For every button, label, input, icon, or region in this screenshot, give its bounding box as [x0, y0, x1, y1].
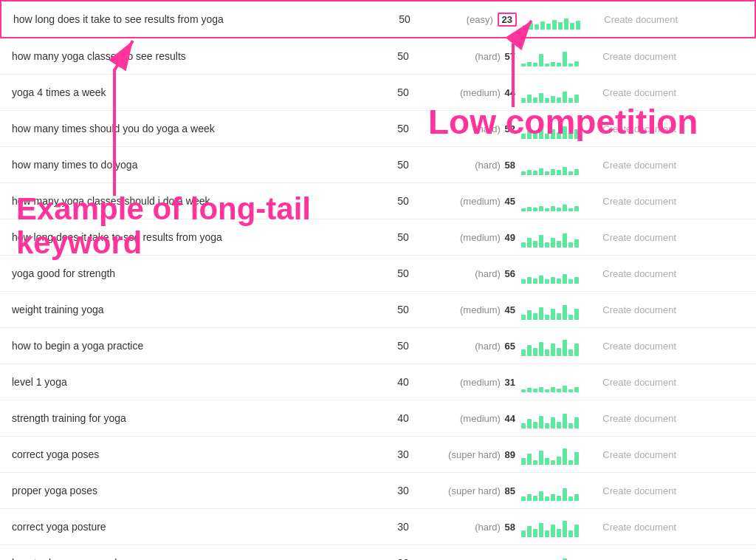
action-cell[interactable]: Create document — [597, 13, 678, 25]
volume-cell: 50 — [381, 50, 425, 62]
difficulty-cell: (hard) 56 — [425, 268, 521, 279]
volume-cell: 50 — [381, 267, 425, 279]
difficulty-cell: (medium) 31 — [425, 377, 521, 388]
keyword-cell: weight training yoga — [12, 304, 381, 315]
volume-cell: 50 — [381, 123, 425, 134]
chart-cell — [521, 444, 595, 465]
create-document-link[interactable]: Create document — [602, 522, 676, 533]
volume-cell: 50 — [382, 13, 427, 25]
table-row: yoga good for strength50(hard) 56Create … — [0, 256, 756, 292]
create-document-link[interactable]: Create document — [602, 413, 676, 424]
chart-cell — [521, 372, 595, 392]
table-row: how to begin a yoga practice50(hard) 65C… — [0, 328, 756, 364]
difficulty-cell: (medium) 49 — [425, 232, 521, 243]
difficulty-cell: (medium) 44 — [425, 413, 521, 424]
keyword-cell: strength training for yoga — [12, 412, 381, 424]
action-cell[interactable]: Create document — [595, 86, 676, 98]
action-cell[interactable]: Create document — [595, 304, 676, 315]
volume-cell: 50 — [381, 231, 425, 243]
action-cell[interactable]: Create document — [595, 557, 676, 560]
create-document-link[interactable]: Create document — [602, 196, 676, 207]
chart-cell — [521, 553, 595, 560]
difficulty-cell: (easy) 23 — [427, 14, 523, 25]
action-cell[interactable]: Create document — [595, 123, 676, 134]
difficulty-cell: (medium) 45 — [425, 304, 521, 315]
create-document-link[interactable]: Create document — [602, 377, 676, 388]
volume-cell: 50 — [381, 86, 425, 98]
chart-cell — [523, 9, 597, 30]
keyword-cell: how many yoga classes to see results — [12, 50, 381, 62]
volume-cell: 30 — [381, 521, 425, 533]
create-document-link[interactable]: Create document — [602, 449, 676, 460]
keyword-cell: how long does it take to see results fro… — [13, 13, 382, 25]
volume-cell: 40 — [381, 412, 425, 424]
action-cell[interactable]: Create document — [595, 521, 676, 533]
chart-cell — [521, 191, 595, 211]
volume-cell: 50 — [381, 304, 425, 315]
difficulty-cell: (super hard) 86 — [425, 558, 521, 561]
keyword-cell: correct yoga poses — [12, 448, 381, 460]
volume-cell: 30 — [381, 448, 425, 460]
chart-cell — [521, 516, 595, 537]
action-cell[interactable]: Create document — [595, 340, 676, 352]
keyword-cell: level 1 yoga — [12, 376, 381, 388]
difficulty-cell: (medium) 45 — [425, 196, 521, 207]
chart-cell — [521, 263, 595, 284]
action-cell[interactable]: Create document — [595, 159, 676, 171]
action-cell[interactable]: Create document — [595, 412, 676, 424]
table-row: yoga 4 times a week50(medium) 44Create d… — [0, 75, 756, 111]
table-row: how many yoga classes should i do a week… — [0, 183, 756, 219]
table-row: correct yoga poses30(super hard) 89Creat… — [0, 437, 756, 473]
create-document-link[interactable]: Create document — [602, 485, 676, 496]
volume-cell: 30 — [381, 485, 425, 496]
table-row: correct yoga posture30(hard) 58Create do… — [0, 509, 756, 545]
create-document-link[interactable]: Create document — [602, 268, 676, 279]
chart-cell — [521, 46, 595, 66]
table-row: weight training yoga50(medium) 45Create … — [0, 292, 756, 328]
table-row: proper yoga poses30(super hard) 85Create… — [0, 473, 756, 509]
action-cell[interactable]: Create document — [595, 50, 676, 62]
chart-cell — [521, 335, 595, 356]
table-row: how long does it take to see results fro… — [0, 0, 756, 38]
difficulty-cell: (hard) 58 — [425, 160, 521, 171]
difficulty-cell: (super hard) 85 — [425, 485, 521, 496]
volume-cell: 40 — [381, 376, 425, 388]
create-document-link[interactable]: Create document — [604, 14, 678, 25]
create-document-link[interactable]: Create document — [602, 160, 676, 171]
difficulty-cell: (hard) 57 — [425, 51, 521, 62]
chart-cell — [521, 408, 595, 428]
keyword-cell: how to do yoga properly — [12, 557, 381, 560]
keyword-cell: how many times should you do yoga a week — [12, 123, 381, 134]
keyword-cell: how long does it take to see results fro… — [12, 231, 381, 243]
action-cell[interactable]: Create document — [595, 448, 676, 460]
create-document-link[interactable]: Create document — [602, 341, 676, 352]
chart-cell — [521, 82, 595, 103]
action-cell[interactable]: Create document — [595, 267, 676, 279]
keyword-cell: proper yoga poses — [12, 485, 381, 496]
create-document-link[interactable]: Create document — [602, 304, 676, 315]
volume-cell: 30 — [381, 557, 425, 560]
table-row: how to do yoga properly30(super hard) 86… — [0, 545, 756, 560]
action-cell[interactable]: Create document — [595, 376, 676, 388]
table-row: strength training for yoga40(medium) 44C… — [0, 400, 756, 437]
keyword-cell: how many times to do yoga — [12, 159, 381, 171]
table-row: how many yoga classes to see results50(h… — [0, 38, 756, 75]
action-cell[interactable]: Create document — [595, 231, 676, 243]
difficulty-cell: (hard) 52 — [425, 123, 521, 134]
chart-cell — [521, 299, 595, 320]
create-document-link[interactable]: Create document — [602, 123, 676, 134]
chart-cell — [521, 480, 595, 501]
difficulty-cell: (hard) 58 — [425, 522, 521, 533]
keyword-cell: how to begin a yoga practice — [12, 340, 381, 352]
create-document-link[interactable]: Create document — [602, 51, 676, 62]
action-cell[interactable]: Create document — [595, 485, 676, 496]
difficulty-cell: (medium) 44 — [425, 87, 521, 98]
action-cell[interactable]: Create document — [595, 195, 676, 207]
create-document-link[interactable]: Create document — [602, 232, 676, 243]
keyword-cell: how many yoga classes should i do a week — [12, 195, 381, 207]
table-row: how long does it take to see results fro… — [0, 219, 756, 256]
table-row: level 1 yoga40(medium) 31Create document — [0, 364, 756, 400]
volume-cell: 50 — [381, 195, 425, 207]
create-document-link[interactable]: Create document — [602, 87, 676, 98]
table-row: how many times to do yoga50(hard) 58Crea… — [0, 147, 756, 183]
